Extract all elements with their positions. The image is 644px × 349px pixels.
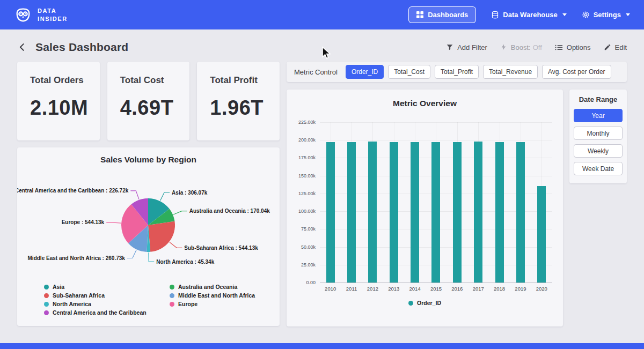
- kpi-card-total-orders: Total Orders 2.10M: [17, 62, 100, 140]
- bar-2010: [326, 142, 335, 283]
- bar-2016: [453, 142, 462, 283]
- nav-dashboards-button[interactable]: Dashboards: [408, 6, 476, 23]
- legend-dot: [44, 310, 49, 315]
- nav-data-warehouse[interactable]: Data Warehouse: [491, 11, 566, 19]
- x-axis-label-2017: 2017: [468, 286, 489, 292]
- options-label: Options: [567, 43, 591, 51]
- boost-value: Off: [533, 43, 542, 51]
- metric-button-order-id[interactable]: Order_ID: [346, 65, 384, 79]
- legend-item-europe: Europe: [170, 301, 255, 307]
- pie-legend: AsiaSub-Saharan AfricaNorth AmericaCentr…: [17, 284, 280, 316]
- kpi-row: Total Orders 2.10M Total Cost 4.69T Tota…: [17, 62, 280, 140]
- pie-label-middle-east-and-north-africa: Middle East and North Africa : 260.73k: [28, 255, 126, 261]
- bar-2011: [347, 142, 356, 283]
- brand-line2: INSIDER: [38, 15, 68, 23]
- y-axis-tick-label: 0.00: [306, 280, 316, 285]
- bar-2013: [390, 142, 398, 283]
- pie-chart-title: Sales Volume by Region: [17, 155, 280, 165]
- kpi-value: 1.96T: [210, 96, 274, 120]
- metric-button-total-cost[interactable]: Total_Cost: [388, 65, 430, 79]
- owl-logo-icon: [14, 6, 32, 24]
- options-button[interactable]: Options: [555, 43, 591, 51]
- add-filter-label: Add Filter: [457, 43, 487, 51]
- bar-2018: [495, 142, 504, 283]
- x-axis-label-2020: 2020: [531, 286, 552, 292]
- pie-label-central-america-and-the-caribbean: Central America and the Caribbean : 226.…: [17, 188, 129, 194]
- database-icon: [491, 11, 499, 19]
- pie-leader-line: [106, 222, 121, 223]
- gear-icon: [582, 11, 590, 19]
- metric-button-total-revenue[interactable]: Total_Revenue: [483, 65, 538, 79]
- legend-column: Australia and OceaniaMiddle East and Nor…: [170, 284, 255, 316]
- legend-dot: [44, 302, 49, 307]
- metric-button-total-profit[interactable]: Total_Profit: [435, 65, 479, 79]
- left-column: Total Orders 2.10M Total Cost 4.69T Tota…: [17, 62, 280, 326]
- x-axis-label-2019: 2019: [510, 286, 531, 292]
- bar-slot-2018: [489, 122, 510, 283]
- metric-button-avg-cost-per-order[interactable]: Avg. Cost per Order: [542, 65, 611, 79]
- x-axis-label-2011: 2011: [341, 286, 362, 292]
- legend-item-asia: Asia: [44, 284, 170, 290]
- page-header: Sales Dashboard Add Filter Boost: Off Op…: [0, 29, 644, 62]
- legend-dot: [170, 285, 174, 289]
- legend-label: Europe: [178, 301, 197, 307]
- pencil-icon: [604, 43, 611, 51]
- legend-dot: [408, 301, 413, 306]
- kpi-value: 2.10M: [30, 96, 94, 120]
- kpi-label: Total Profit: [210, 75, 274, 86]
- y-axis-tick-label: 125.00k: [298, 191, 316, 196]
- legend-dot: [170, 302, 174, 307]
- pie-leader-line: [127, 250, 136, 258]
- y-axis-tick-label: 100.00k: [298, 209, 316, 214]
- x-axis-label-2014: 2014: [404, 286, 425, 292]
- boost-label: Boost:: [511, 43, 531, 51]
- boost-icon: [500, 43, 507, 51]
- date-range-button-monthly[interactable]: Monthly: [574, 127, 623, 140]
- pie-leader-line: [149, 253, 154, 262]
- boost-toggle[interactable]: Boost: Off: [500, 43, 542, 51]
- nav-dashboards-label: Dashboards: [428, 11, 468, 19]
- metric-buttons: Order_IDTotal_CostTotal_ProfitTotal_Reve…: [346, 65, 611, 79]
- nav-settings-label: Settings: [594, 11, 621, 19]
- y-axis-tick-label: 25.00k: [301, 262, 316, 268]
- bar-slot-2016: [447, 122, 467, 283]
- legend-item-north-america: North America: [44, 301, 170, 307]
- bar-2017: [474, 142, 482, 283]
- edit-button[interactable]: Edit: [604, 43, 627, 51]
- legend-label: Australia and Oceania: [178, 284, 237, 290]
- bar-chart-plot: 225.00k200.00k175.00k150.00k125.00k100.0…: [320, 122, 552, 283]
- date-range-card: Date Range YearMonthlyWeeklyWeek Date: [569, 90, 627, 183]
- legend-label: Middle East and North Africa: [178, 292, 255, 299]
- legend-item-australia-and-oceania: Australia and Oceania: [170, 284, 255, 290]
- legend-dot: [170, 293, 174, 298]
- pie-chart: Asia : 306.07kAustralia and Oceania : 17…: [17, 166, 280, 285]
- bar-chart-legend: Order_ID: [287, 300, 563, 306]
- bar-slot-2015: [426, 122, 447, 283]
- metric-control-bar: Metric Control Order_IDTotal_CostTotal_P…: [287, 62, 627, 82]
- back-button[interactable]: [16, 41, 29, 54]
- bar-slot-2020: [531, 122, 552, 283]
- legend-dot: [44, 293, 49, 298]
- pie-label-north-america: North America : 45.34k: [156, 259, 214, 265]
- options-list-icon: [555, 44, 563, 51]
- nav-settings[interactable]: Settings: [582, 11, 630, 19]
- legend-label: Asia: [53, 284, 64, 290]
- bars-row: [320, 122, 552, 283]
- date-range-button-weekly[interactable]: Weekly: [574, 144, 623, 158]
- y-axis-tick-label: 200.00k: [298, 137, 316, 143]
- date-range-button-year[interactable]: Year: [574, 109, 623, 122]
- add-filter-button[interactable]: Add Filter: [446, 43, 487, 51]
- legend-item-middle-east-and-north-africa: Middle East and North Africa: [170, 292, 255, 299]
- chevron-down-icon: [562, 13, 567, 16]
- x-axis-label-2010: 2010: [320, 286, 341, 292]
- y-axis-tick-label: 150.00k: [298, 173, 316, 179]
- bar-2019: [516, 142, 525, 283]
- legend-column: AsiaSub-Saharan AfricaNorth AmericaCentr…: [44, 284, 170, 316]
- bar-slot-2010: [320, 122, 341, 283]
- dashboard-grid-icon: [416, 11, 423, 18]
- kpi-card-total-cost: Total Cost 4.69T: [107, 62, 190, 140]
- brand-logo: DATA INSIDER: [14, 6, 68, 24]
- date-range-button-week-date[interactable]: Week Date: [574, 162, 623, 175]
- dashboard-body: Total Orders 2.10M Total Cost 4.69T Tota…: [0, 62, 644, 326]
- kpi-card-total-profit: Total Profit 1.96T: [197, 62, 280, 140]
